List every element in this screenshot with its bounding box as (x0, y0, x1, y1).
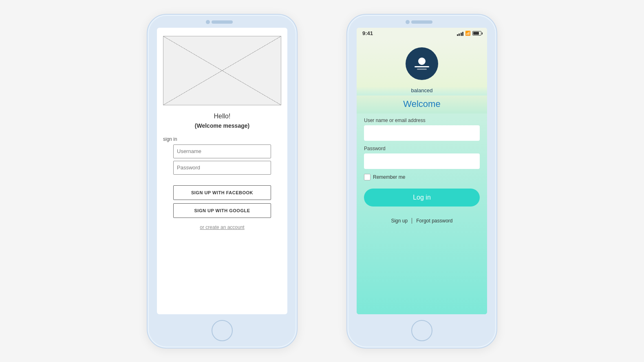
logo-line-short (417, 69, 427, 70)
placeholder-image (163, 36, 281, 105)
username-label: User name or email address (364, 118, 426, 123)
wifi-icon: 📶 (465, 31, 471, 36)
front-camera-icon-2 (406, 20, 410, 24)
login-button[interactable]: Log in (364, 189, 480, 207)
balanced-screen: 9:41 📶 (357, 28, 487, 314)
wireframe-phone: Hello! (Welcome message) sign in SIGN UP… (147, 14, 298, 349)
speaker-icon (212, 20, 233, 24)
phone-top-bar (148, 15, 297, 28)
wireframe-screen: Hello! (Welcome message) sign in SIGN UP… (157, 28, 287, 314)
password-input-balanced[interactable] (364, 153, 480, 169)
create-account-link[interactable]: or create an account (200, 224, 244, 230)
status-bar: 9:41 📶 (357, 28, 487, 39)
bottom-links: Sign up Forgot password (391, 218, 452, 224)
username-email-input[interactable] (364, 125, 480, 141)
remember-me-label: Remember me (373, 174, 405, 180)
home-button-2[interactable] (411, 320, 432, 341)
logo-line (415, 66, 429, 67)
hello-text: Hello! (214, 113, 231, 120)
front-camera-icon (206, 20, 210, 24)
signup-link[interactable]: Sign up (391, 218, 408, 224)
status-icons: 📶 (457, 31, 482, 36)
phone-top-bar-2 (347, 15, 496, 28)
logo-circle (418, 58, 426, 65)
battery-icon (472, 31, 481, 36)
links-divider (412, 218, 412, 224)
welcome-heading: Welcome (403, 99, 440, 109)
logo-area (357, 39, 487, 87)
app-name-label: balanced (411, 87, 433, 93)
username-input[interactable] (173, 144, 271, 158)
status-time: 9:41 (362, 30, 373, 36)
home-button[interactable] (212, 320, 233, 341)
google-signup-button[interactable]: SIGN UP WITH GOOGLE (173, 203, 271, 218)
facebook-signup-button[interactable]: SIGN UP WITH FACEBOOK (173, 185, 271, 200)
signin-label: sign in (163, 136, 177, 142)
remember-me-row: Remember me (364, 174, 405, 180)
password-label: Password (364, 146, 386, 151)
signal-bars-icon (457, 31, 464, 36)
app-logo (406, 47, 438, 80)
forgot-password-link[interactable]: Forgot password (416, 218, 452, 224)
form-area: User name or email address Password Reme… (357, 113, 487, 314)
password-input[interactable] (173, 161, 271, 175)
welcome-message-text: (Welcome message) (195, 122, 249, 129)
remember-me-checkbox[interactable] (364, 174, 371, 180)
speaker-icon-2 (411, 20, 432, 24)
balanced-phone: 9:41 📶 (346, 14, 497, 349)
